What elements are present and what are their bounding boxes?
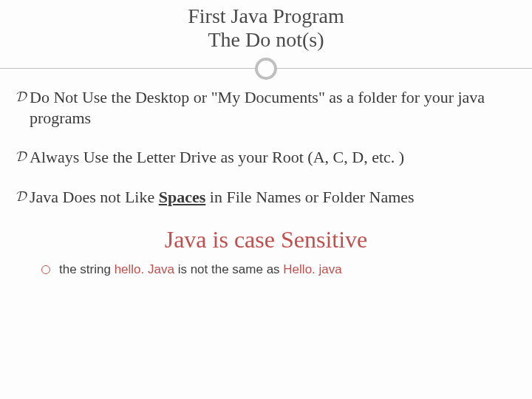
sub-accent-b: Hello. java <box>283 262 341 276</box>
divider-circle-icon <box>255 58 277 80</box>
slide: First Java Program The Do not(s) 𝓓 Do No… <box>0 0 532 399</box>
sub-bullet-text: the string hello. Java is not the same a… <box>59 262 516 277</box>
bullet-glyph-icon: 𝓓 <box>16 87 27 105</box>
content-area: 𝓓 Do Not Use the Desktop or "My Document… <box>0 81 532 277</box>
bullet-item: 𝓓 Java Does not Like Spaces in File Name… <box>16 187 516 208</box>
sub-accent-a: hello. Java <box>115 262 174 276</box>
ring-bullet-icon <box>41 265 50 274</box>
bullet-text: Do Not Use the Desktop or "My Documents"… <box>30 87 516 128</box>
bullet-glyph-icon: 𝓓 <box>16 187 27 205</box>
sub-mid: is not the same as <box>174 262 283 276</box>
title-divider <box>0 56 532 81</box>
bullet-emphasis: Spaces <box>159 188 206 206</box>
sub-pre: the string <box>59 262 115 276</box>
sub-bullet-item: the string hello. Java is not the same a… <box>16 262 516 277</box>
title-line-1: First Java Program <box>0 4 532 28</box>
bullet-text: Java Does not Like Spaces in File Names … <box>30 187 516 208</box>
slide-title: First Java Program The Do not(s) <box>0 0 532 52</box>
callout-text: Java is case Sensitive <box>16 226 516 253</box>
title-line-2: The Do not(s) <box>0 28 532 52</box>
bullet-glyph-icon: 𝓓 <box>16 147 27 165</box>
bullet-text-pre: Java Does not Like <box>30 188 159 206</box>
bullet-text: Always Use the Letter Drive as your Root… <box>30 147 516 168</box>
bullet-item: 𝓓 Do Not Use the Desktop or "My Document… <box>16 87 516 128</box>
bullet-text-post: in File Names or Folder Names <box>205 188 414 206</box>
bullet-item: 𝓓 Always Use the Letter Drive as your Ro… <box>16 147 516 168</box>
